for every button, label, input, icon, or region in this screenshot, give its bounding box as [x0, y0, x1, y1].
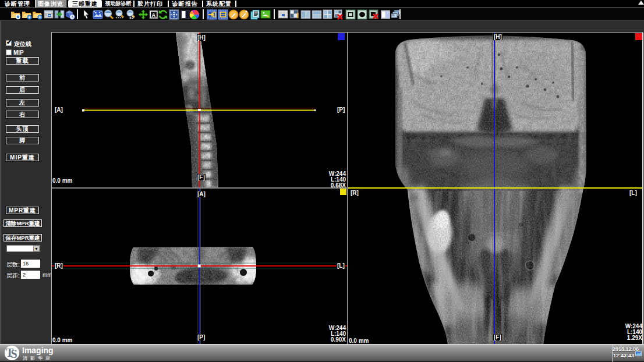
svg-text:x2: x2 [129, 16, 134, 20]
svg-text:A: A [152, 12, 156, 18]
svg-text:S: S [11, 347, 17, 360]
